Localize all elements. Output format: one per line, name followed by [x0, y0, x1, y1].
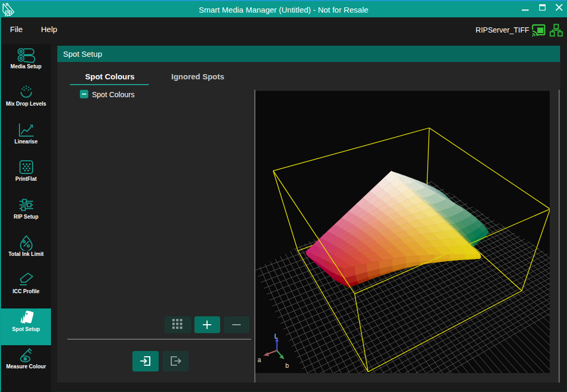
svg-text:a: a	[257, 356, 261, 364]
svg-text:b: b	[285, 362, 289, 369]
svg-text:L: L	[274, 333, 278, 340]
